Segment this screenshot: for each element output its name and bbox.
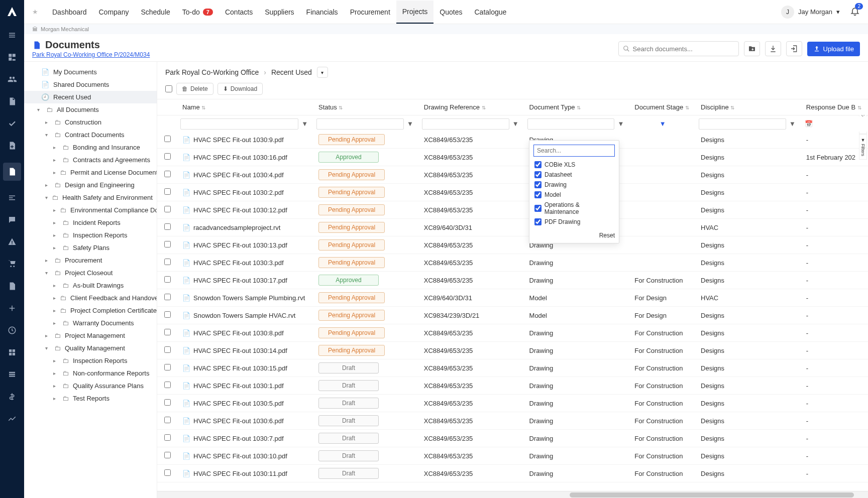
table-row[interactable]: 📄HVAC SPEC Fit-out 1030:7.pdf Draft XC88… bbox=[157, 430, 868, 447]
table-row[interactable]: 📄Snowdon Towers Sample HVAC.rvt Pending … bbox=[157, 307, 868, 324]
filter-option[interactable]: Operations & Maintenance bbox=[533, 200, 615, 217]
row-checkbox[interactable] bbox=[164, 276, 171, 283]
tree-recent-used[interactable]: 🕘Recent Used bbox=[24, 91, 157, 103]
new-folder-button[interactable] bbox=[744, 41, 760, 56]
filter-option[interactable]: COBie XLS bbox=[533, 160, 615, 170]
filter-checkbox[interactable] bbox=[534, 191, 541, 198]
nav-financials[interactable]: Financials bbox=[300, 1, 344, 24]
filter-option[interactable]: PDF Drawing bbox=[533, 217, 615, 227]
download-selected-button[interactable]: ⬇Download bbox=[218, 83, 263, 95]
breadcrumb-dropdown[interactable]: ▾ bbox=[317, 67, 328, 78]
upload-button[interactable]: Upload file bbox=[807, 42, 860, 56]
table-row[interactable]: 📄HVAC SPEC Fit-out 1030:17.pdf Approved … bbox=[157, 272, 868, 289]
user-menu[interactable]: J Jay Morgan ▾ bbox=[781, 6, 840, 19]
tree-item[interactable]: ▸🗀Contracts and Agreements bbox=[24, 154, 157, 166]
filter-icon[interactable]: ▼ bbox=[616, 120, 625, 128]
rail-documents-icon[interactable] bbox=[3, 163, 21, 181]
table-row[interactable]: 📄HVAC SPEC Fit-out 1030:5.pdf Draft XC88… bbox=[157, 395, 868, 412]
tree-item[interactable]: ▸🗀Test Reports bbox=[24, 392, 157, 405]
nav-contacts[interactable]: Contacts bbox=[219, 1, 259, 24]
row-checkbox[interactable] bbox=[164, 223, 171, 230]
row-checkbox[interactable] bbox=[164, 364, 171, 370]
rail-comment-icon[interactable] bbox=[7, 215, 17, 225]
table-row[interactable]: 📄HVAC SPEC Fit-out 1030:2.pdf Pending Ap… bbox=[157, 184, 868, 201]
nav-procurement[interactable]: Procurement bbox=[344, 1, 396, 24]
rail-doc2-icon[interactable] bbox=[7, 281, 17, 291]
rail-cart-icon[interactable] bbox=[7, 259, 17, 269]
rail-clock-icon[interactable] bbox=[7, 325, 17, 335]
table-row[interactable]: 📄HVAC SPEC Fit-out 1030:1.pdf Draft XC88… bbox=[157, 377, 868, 395]
tree-item[interactable]: ▾🗀Contract Documents bbox=[24, 129, 157, 141]
rail-page-icon[interactable] bbox=[7, 96, 17, 106]
tree-item[interactable]: ▸🗀Inspection Reports bbox=[24, 229, 157, 241]
row-checkbox[interactable] bbox=[164, 136, 171, 142]
filter-icon[interactable]: ▼ bbox=[405, 120, 414, 128]
row-checkbox[interactable] bbox=[164, 452, 171, 458]
nav-projects[interactable]: Projects bbox=[396, 1, 434, 24]
table-row[interactable]: 📄HVAC SPEC Fit-out 1030:10.pdf Draft XC8… bbox=[157, 447, 868, 465]
table-row[interactable]: 📄HVAC SPEC Fit-out 1030:15.pdf Draft XC8… bbox=[157, 359, 868, 377]
tree-item[interactable]: ▾🗀Health Safety and Environment bbox=[24, 191, 157, 204]
rail-warning-icon[interactable] bbox=[7, 237, 17, 247]
row-checkbox[interactable] bbox=[164, 417, 171, 423]
tree-item[interactable]: ▸🗀Warranty Documents bbox=[24, 317, 157, 329]
row-checkbox[interactable] bbox=[164, 346, 171, 353]
table-row[interactable]: 📄HVAC SPEC Fit-out 1030:4.pdf Pending Ap… bbox=[157, 166, 868, 184]
filter-option[interactable]: Drawing bbox=[533, 180, 615, 190]
table-row[interactable]: 📄HVAC SPEC Fit-out 1030:14.pdf Pending A… bbox=[157, 342, 868, 359]
filter-reset-button[interactable]: Reset bbox=[533, 227, 615, 239]
delete-button[interactable]: 🗑Delete bbox=[176, 83, 213, 95]
horizontal-scrollbar[interactable] bbox=[157, 491, 868, 498]
notifications-button[interactable]: 2 bbox=[850, 6, 860, 18]
tree-item[interactable]: ▸🗀Incident Reports bbox=[24, 216, 157, 229]
column-header[interactable]: Response Due B ⇅ bbox=[801, 99, 868, 115]
filter-checkbox[interactable] bbox=[534, 181, 541, 188]
row-checkbox[interactable] bbox=[164, 171, 171, 177]
nav-catalogue[interactable]: Catalogue bbox=[469, 1, 513, 24]
tree-item[interactable]: ▾🗀Quality Management bbox=[24, 342, 157, 354]
row-checkbox[interactable] bbox=[164, 399, 171, 406]
filter-icon[interactable]: ▼ bbox=[300, 120, 309, 128]
tree-item[interactable]: ▸🗀Permit and License Documents bbox=[24, 166, 157, 179]
tree-item[interactable]: ▸🗀Design and Engineering bbox=[24, 179, 157, 191]
column-header[interactable]: Drawing Reference ⇅ bbox=[419, 99, 524, 115]
nav-company[interactable]: Company bbox=[93, 1, 135, 24]
rail-addfile-icon[interactable] bbox=[7, 141, 17, 151]
tree-item[interactable]: ▸🗀Construction bbox=[24, 116, 157, 129]
filter-checkbox[interactable] bbox=[534, 205, 541, 212]
row-checkbox[interactable] bbox=[164, 469, 171, 476]
filter-option[interactable]: Datasheet bbox=[533, 170, 615, 180]
date-filter-icon[interactable]: 📅 bbox=[804, 120, 813, 128]
table-row[interactable]: 📄HVAC SPEC Fit-out 1030:6.pdf Draft XC88… bbox=[157, 412, 868, 430]
search-field[interactable] bbox=[633, 45, 734, 53]
table-row[interactable]: 📄HVAC SPEC Fit-out 1030:8.pdf Pending Ap… bbox=[157, 324, 868, 342]
rail-dollar-icon[interactable] bbox=[7, 392, 17, 402]
column-header[interactable]: Discipline ⇅ bbox=[696, 99, 801, 115]
column-header[interactable]: Name ⇅ bbox=[177, 99, 313, 115]
nav-quotes[interactable]: Quotes bbox=[433, 1, 468, 24]
rail-plus-icon[interactable] bbox=[7, 303, 17, 313]
column-filter-input[interactable] bbox=[699, 118, 786, 130]
rail-trend-icon[interactable] bbox=[7, 414, 17, 424]
tree-item[interactable]: ▸🗀Project Completion Certificate bbox=[24, 304, 157, 317]
row-checkbox[interactable] bbox=[164, 241, 171, 247]
column-header[interactable]: Document Stage ⇅ bbox=[629, 99, 696, 115]
table-row[interactable]: 📄HVAC SPEC Fit-out 1030:16.pdf Approved … bbox=[157, 149, 868, 166]
rail-people-icon[interactable] bbox=[7, 74, 17, 84]
rail-grid-icon[interactable] bbox=[7, 347, 17, 357]
row-checkbox[interactable] bbox=[164, 188, 171, 195]
column-filter-input[interactable] bbox=[180, 118, 298, 130]
row-checkbox[interactable] bbox=[164, 382, 171, 388]
row-checkbox[interactable] bbox=[164, 294, 171, 300]
tree-item[interactable]: ▸🗀Non-conformance Reports bbox=[24, 367, 157, 380]
tree-item[interactable]: ▸🗀Environmental Compliance Documents bbox=[24, 204, 157, 216]
tree-item[interactable]: ▸🗀Client Feedback and Handover Report bbox=[24, 292, 157, 304]
breadcrumb-root[interactable]: Park Royal Co-Working Office bbox=[165, 68, 259, 76]
filter-option[interactable]: Model bbox=[533, 190, 615, 200]
select-all-checkbox[interactable] bbox=[165, 85, 172, 92]
tree-my-documents[interactable]: 📄My Documents bbox=[24, 66, 157, 78]
filter-search-input[interactable] bbox=[533, 145, 615, 157]
nav-dashboard[interactable]: Dashboard bbox=[46, 1, 93, 24]
table-row[interactable]: 📄HVAC SPEC Fit-out 1030:9.pdf Pending Ap… bbox=[157, 131, 868, 149]
row-checkbox[interactable] bbox=[164, 259, 171, 265]
